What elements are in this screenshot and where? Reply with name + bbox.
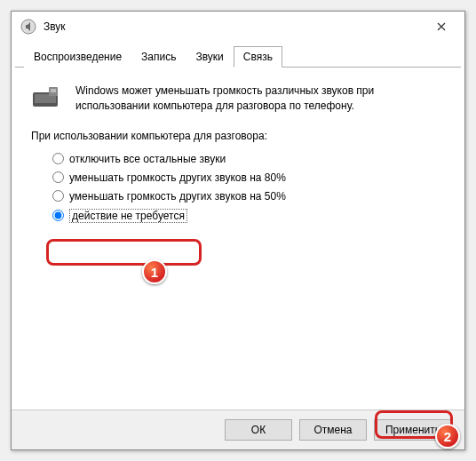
close-icon	[437, 22, 446, 31]
radio-reduce80-input[interactable]	[52, 171, 64, 183]
info-text: Windows может уменьшать громкость различ…	[75, 83, 445, 114]
radio-reduce80-label: уменьшать громкость других звуков на 80%	[69, 171, 286, 184]
window-title: Звук	[44, 20, 424, 33]
radio-no-action[interactable]: действие не требуется	[52, 209, 445, 223]
sound-dialog: Звук Воспроизведение Запись Звуки Связь …	[11, 11, 465, 450]
radio-reduce50-input[interactable]	[52, 190, 64, 202]
dialog-footer: ОК Отмена Применить	[12, 409, 464, 449]
tab-communications[interactable]: Связь	[234, 46, 282, 68]
radio-reduce50-label: уменьшать громкость других звуков на 50%	[69, 190, 286, 203]
ok-button[interactable]: ОК	[225, 419, 292, 441]
titlebar: Звук	[12, 12, 464, 42]
radio-mute-label: отключить все остальные звуки	[69, 153, 226, 165]
radio-reduce-80[interactable]: уменьшать громкость других звуков на 80%	[52, 171, 445, 184]
radio-mute-input[interactable]	[52, 153, 64, 164]
cancel-button[interactable]: Отмена	[299, 419, 367, 441]
sound-icon	[20, 19, 36, 35]
radio-mute-all[interactable]: отключить все остальные звуки	[52, 153, 445, 165]
callout-badge-1: 1	[142, 259, 167, 284]
subheading: При использовании компьютера для разгово…	[31, 130, 445, 142]
tab-recording[interactable]: Запись	[131, 46, 186, 68]
tab-playback[interactable]: Воспроизведение	[24, 46, 131, 68]
callout-badge-2: 2	[435, 424, 460, 449]
tab-strip: Воспроизведение Запись Звуки Связь	[15, 42, 461, 68]
radio-reduce-50[interactable]: уменьшать громкость других звуков на 50%	[52, 190, 445, 203]
svg-rect-4	[51, 89, 56, 92]
phone-icon	[31, 83, 63, 112]
radio-none-input[interactable]	[52, 210, 64, 221]
tab-content: Windows может уменьшать громкость различ…	[12, 68, 464, 409]
close-button[interactable]	[424, 14, 459, 39]
tab-sounds[interactable]: Звуки	[186, 46, 233, 68]
radio-none-label: действие не требуется	[69, 209, 187, 223]
radio-group: отключить все остальные звуки уменьшать …	[31, 153, 445, 223]
